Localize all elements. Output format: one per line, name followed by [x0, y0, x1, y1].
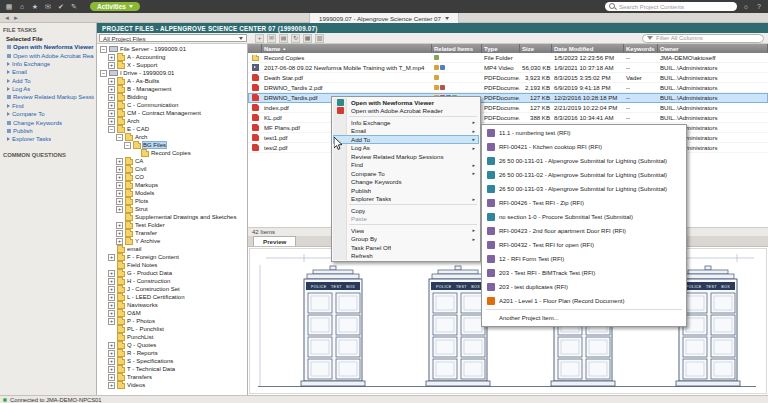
task-email[interactable]: Email [0, 68, 96, 76]
project-files-scope-dropdown[interactable]: All Project Files [99, 34, 247, 42]
expand-plus-icon[interactable]: + [116, 166, 123, 173]
tree-item-bidding[interactable]: +Bidding [97, 93, 247, 101]
tree-item-h-construction[interactable]: +H - Construction [97, 277, 247, 285]
task-review-related-markup-sessions[interactable]: Review Related Markup Sessions [0, 93, 96, 101]
print-icon[interactable]: ▤ [279, 34, 288, 43]
tree-item-i-drive-1999009-01[interactable]: −I Drive - 1999009.01 [97, 69, 247, 77]
column-header-keywords[interactable]: Keywords [624, 44, 658, 53]
column-header-related-items[interactable]: Related Items [432, 44, 482, 53]
refresh-icon[interactable]: ↻ [291, 34, 300, 43]
context-menu-item-info-exchange[interactable]: Info Exchange▸ [333, 118, 479, 127]
tree-item-co[interactable]: +CO [97, 173, 247, 181]
expand-plus-icon[interactable]: + [108, 94, 115, 101]
expand-plus-icon[interactable]: + [116, 182, 123, 189]
context-menu-item-view[interactable]: View▸ [333, 226, 479, 235]
file-row-2017-06-08-09-02-newforma-mobile-training-with-t-m-mp4[interactable]: 2017-06-08 09.02 Newforma Mobile Trainin… [248, 63, 768, 73]
expand-plus-icon[interactable]: + [116, 230, 123, 237]
file-row-drwno-tardis-2-pdf[interactable]: DRWNO_Tardis 2.pdfPDFDocume...2,193 KB6/… [248, 83, 768, 93]
context-menu-item-task-panel-off[interactable]: Task Panel Off [333, 243, 479, 252]
tree-item-punchlist[interactable]: PunchList [97, 333, 247, 341]
context-menu-item-group-by[interactable]: Group By▸ [333, 235, 479, 244]
tree-item-x-support[interactable]: +X - Support [97, 61, 247, 69]
expand-plus-icon[interactable]: + [108, 366, 115, 373]
collapse-minus-icon[interactable]: − [100, 70, 107, 77]
app-menu-icon[interactable]: ▦ [4, 2, 14, 12]
tree-item-l-leed-certification[interactable]: +L - LEED Certification [97, 293, 247, 301]
context-menu-item-log-as[interactable]: Log As▸ [333, 144, 479, 153]
tree-item-navisworks[interactable]: +Navisworks [97, 301, 247, 309]
submenu-item-a201-level-1-floor-plan-record-document[interactable]: A201 - Level 1 - Floor Plan (Record Docu… [483, 294, 685, 308]
task-open-with-adobe-acrobat-reader[interactable]: Open with Adobe Acrobat Reader [0, 51, 96, 59]
context-menu-item-explorer-tasks[interactable]: Explorer Tasks▸ [333, 195, 479, 204]
submenu-item-203-test-duplicates-rfi[interactable]: 203 - test duplicates (RFI) [483, 280, 685, 294]
action-items-icon[interactable]: ✔ [56, 2, 66, 12]
tree-item-strut[interactable]: +Strut [97, 205, 247, 213]
file-row-kl-pdf[interactable]: KL.pdfPDFDocume...388 KB8/3/2016 10:34:4… [248, 113, 768, 123]
context-menu-item-refresh[interactable]: Refresh [333, 252, 479, 261]
expand-plus-icon[interactable]: + [108, 350, 115, 357]
settings-icon[interactable]: ☼ [741, 2, 751, 12]
expand-plus-icon[interactable]: + [116, 158, 123, 165]
column-header-size[interactable]: Size [520, 44, 552, 53]
task-compare-to[interactable]: Compare To [0, 110, 96, 118]
file-row-death-star-pdf[interactable]: Death Star.pdfPDFDocume...3,923 KB8/3/20… [248, 73, 768, 83]
tree-item-arch[interactable]: −Arch [97, 133, 247, 141]
task-publish[interactable]: Publish [0, 127, 96, 135]
expand-plus-icon[interactable]: + [116, 174, 123, 181]
submenu-item-rfi-00426-test-rfi-zip-rfi[interactable]: RFI-00426 - Test RFI - Zip (RFI) [483, 196, 685, 210]
tree-item-p-photos[interactable]: +P - Photos [97, 317, 247, 325]
expand-plus-icon[interactable]: + [108, 110, 115, 117]
submenu-item-no-section-1-0-procore-submittal-test-submittal[interactable]: no section 1-0 - Procore Submittal Test … [483, 210, 685, 224]
view-mode-icon[interactable]: ▦ [303, 34, 312, 43]
tree-item-transfer[interactable]: +Transfer [97, 229, 247, 237]
column-header-owner[interactable]: Owner [658, 44, 768, 53]
tree-item-test-folder[interactable]: +Test Folder [97, 221, 247, 229]
file-row-record-copies[interactable]: Record CopiesFile Folder1/5/2023 12:23:5… [248, 53, 768, 63]
task-explorer-tasks[interactable]: Explorer Tasks [0, 135, 96, 143]
context-menu-item-email[interactable]: Email▸ [333, 127, 479, 136]
expand-plus-icon[interactable]: + [108, 382, 115, 389]
submenu-item-26-50-00-131-03-alpengrove-submittal-for-lighting-submittal[interactable]: 26 50 00-131-03 - Alpengrove Submittal f… [483, 182, 685, 196]
expand-plus-icon[interactable]: + [108, 54, 115, 61]
expand-plus-icon[interactable]: + [108, 358, 115, 365]
tree-item-field-notes[interactable]: Field Notes [97, 261, 247, 269]
context-menu-item-change-keywords[interactable]: Change Keywords [333, 178, 479, 187]
activities-button[interactable]: Activities [90, 2, 140, 11]
expand-plus-icon[interactable]: + [108, 270, 115, 277]
project-selector[interactable]: 1999009.07 - Alpengrove Science Center 0… [309, 13, 459, 23]
submenu-item-rfi-00432-test-rfi-for-open-rfi[interactable]: RFI-00432 - Test RFI for open (RFI) [483, 238, 685, 252]
expand-plus-icon[interactable]: + [116, 206, 123, 213]
expand-plus-icon[interactable]: + [108, 102, 115, 109]
collapse-minus-icon[interactable]: − [116, 134, 123, 141]
tree-item-a-accounting[interactable]: +A - Accounting [97, 53, 247, 61]
expand-plus-icon[interactable]: + [108, 294, 115, 301]
task-add-to[interactable]: Add To [0, 77, 96, 85]
task-change-keywords[interactable]: Change Keywords [0, 118, 96, 126]
tree-item-y-archive[interactable]: +Y Archive [97, 237, 247, 245]
file-row-drwno-tardis-pdf[interactable]: DRWNO_Tardis.pdfPDFDocume...127 KB12/2/2… [248, 93, 768, 103]
expand-plus-icon[interactable]: + [116, 222, 123, 229]
submenu-item-203-test-rfi-bimtrack-test-rfi[interactable]: 203 - Test RFI - BIMTrack Test (RFI) [483, 266, 685, 280]
context-menu-item-compare-to[interactable]: Compare To▸ [333, 169, 479, 178]
tree-item-o-m[interactable]: +O&M [97, 309, 247, 317]
column-header-name[interactable]: Name▲ [262, 44, 432, 53]
column-header-date-modified[interactable]: Date Modified [552, 44, 624, 53]
favorites-icon[interactable]: ★ [30, 2, 40, 12]
tree-item-q-quotes[interactable]: +Q - Quotes [97, 341, 247, 349]
column-header-type[interactable]: Type [482, 44, 520, 53]
submenu-item-26-50-00-131-01-alpengrove-submittal-for-lighting-submittal[interactable]: 26 50 00-131-01 - Alpengrove Submittal f… [483, 154, 685, 168]
expand-plus-icon[interactable]: + [108, 310, 115, 317]
tree-item-record-copies[interactable]: Record Copies [97, 149, 247, 157]
submenu-item-rfi-00423-2nd-floor-apartment-door-rfi-rfi[interactable]: RFI-00423 - 2nd floor apartment Door RFI… [483, 224, 685, 238]
help-icon[interactable]: ? [754, 2, 764, 12]
tree-item-civil[interactable]: +Civil [97, 165, 247, 173]
expand-plus-icon[interactable]: + [108, 78, 115, 85]
tree-item-bg-files[interactable]: −BG Files [97, 141, 247, 149]
tree-item-email[interactable]: email [97, 245, 247, 253]
home-icon[interactable]: ⌂ [17, 2, 27, 12]
submenu-item-26-50-00-131-02-alpengrove-submittal-for-lighting-submittal[interactable]: 26 50 00-131-02 - Alpengrove Submittal f… [483, 168, 685, 182]
task-find[interactable]: Find [0, 102, 96, 110]
tree-item-s-specifications[interactable]: +S - Specifications [97, 357, 247, 365]
tree-item-a-as-builts[interactable]: +A - As-Builts [97, 77, 247, 85]
tree-item-r-reports[interactable]: +R - Reports [97, 349, 247, 357]
